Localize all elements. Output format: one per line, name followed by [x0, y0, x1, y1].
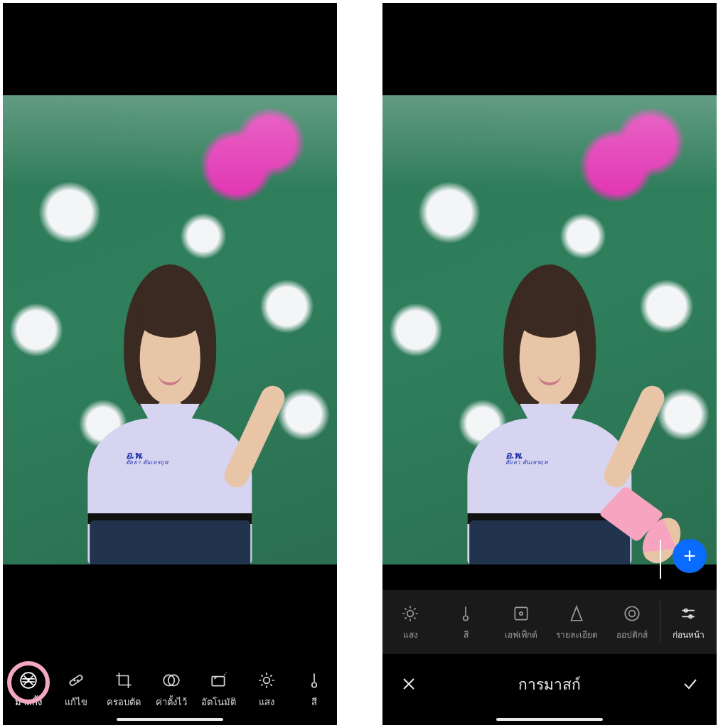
- svg-rect-6: [212, 677, 224, 686]
- tool-label: แสง: [403, 628, 418, 641]
- tool-label: สี: [311, 695, 317, 710]
- tool-label: มาสกิ้ง: [15, 695, 42, 710]
- thermometer-icon: [304, 670, 324, 690]
- svg-point-14: [629, 610, 636, 616]
- cancel-button[interactable]: [398, 673, 419, 695]
- tool-label: แก้ไข: [65, 695, 87, 710]
- tool-light[interactable]: แสง: [382, 604, 438, 641]
- svg-point-2: [74, 680, 75, 680]
- tool-label: แสง: [259, 695, 274, 710]
- tool-healing[interactable]: แก้ไข: [52, 670, 100, 710]
- add-mask-button[interactable]: +: [673, 539, 707, 573]
- panel-title: การมาสก์: [518, 673, 581, 696]
- svg-rect-1: [69, 675, 83, 687]
- portrait-subject: อ.พ. ฮัยยา ตันเหรฤท: [70, 198, 270, 564]
- thermometer-icon: [456, 604, 476, 623]
- fx-square-icon: [511, 604, 531, 623]
- svg-point-3: [77, 680, 77, 680]
- bandage-icon: [66, 670, 86, 690]
- home-indicator[interactable]: [496, 718, 603, 721]
- exposure-icon: [257, 670, 277, 690]
- auto-magic-icon: [209, 670, 229, 690]
- phone-screen-right: อ.พ.ฮัยยา ตันเหรฤท + แสง สี เอฟเฟ็กต์: [382, 3, 717, 725]
- tool-reset[interactable]: รีเซ็: [716, 604, 717, 641]
- edited-photo[interactable]: อ.พ.ฮัยยา ตันเหรฤท: [382, 95, 717, 564]
- tool-color[interactable]: สี: [438, 604, 493, 641]
- phone-screen-left: อ.พ. ฮัยยา ตันเหรฤท มาสกิ้ง แก้: [3, 3, 337, 725]
- exposure-icon: [400, 604, 420, 623]
- shirt-name-tag: อ.พ.ฮัยยา ตันเหรฤท: [505, 450, 547, 466]
- svg-point-12: [520, 611, 523, 614]
- lens-icon: [622, 604, 642, 623]
- portrait-subject: อ.พ.ฮัยยา ตันเหรฤท: [449, 198, 650, 564]
- svg-point-8: [311, 682, 316, 687]
- tool-color[interactable]: สี: [290, 670, 337, 710]
- mask-drag-indicator: [660, 540, 661, 579]
- tool-label: เอฟเฟ็กต์: [505, 628, 537, 641]
- edit-toolbar: มาสกิ้ง แก้ไข ครอบตัด: [3, 635, 337, 710]
- confirm-button[interactable]: [680, 673, 701, 695]
- check-icon: [682, 675, 699, 692]
- tool-label: สี: [464, 628, 469, 641]
- tool-light[interactable]: แสง: [242, 670, 290, 710]
- hatched-circle-icon: [18, 670, 38, 690]
- adjustment-toolbar: แสง สี เอฟเฟ็กต์ รายละเอียด ออปติกส์ ก: [382, 590, 717, 654]
- tool-auto[interactable]: อัตโนมัติ: [195, 670, 242, 710]
- tool-label: ก่อนหน้า: [673, 628, 705, 641]
- crop-icon: [114, 670, 134, 690]
- mask-panel-titlebar: การมาสก์: [382, 658, 717, 710]
- shirt-name-tag: อ.พ. ฮัยยา ตันเหรฤท: [126, 450, 168, 466]
- tool-optics[interactable]: ออปติกส์: [604, 604, 660, 641]
- tool-previous[interactable]: ก่อนหน้า: [660, 604, 716, 641]
- tool-label: ค่าตั้งไว้: [156, 695, 187, 710]
- tool-effect[interactable]: เอฟเฟ็กต์: [493, 604, 549, 641]
- svg-point-10: [464, 616, 469, 621]
- svg-point-9: [407, 610, 414, 616]
- home-indicator[interactable]: [117, 718, 223, 721]
- tool-presets[interactable]: ค่าตั้งไว้: [147, 670, 195, 710]
- plus-icon: +: [683, 544, 696, 568]
- tool-label: อัตโนมัติ: [201, 695, 236, 710]
- svg-rect-11: [515, 607, 527, 619]
- svg-point-7: [263, 678, 269, 684]
- tool-masking[interactable]: มาสกิ้ง: [4, 670, 52, 710]
- tool-crop[interactable]: ครอบตัด: [100, 670, 147, 710]
- svg-point-13: [625, 606, 639, 621]
- sliders-icon: [678, 604, 698, 623]
- tool-detail[interactable]: รายละเอียด: [549, 604, 604, 641]
- close-icon: [400, 675, 417, 692]
- tool-label: ครอบตัด: [107, 695, 141, 710]
- sharpen-icon: [567, 604, 587, 623]
- tool-label: รายละเอียด: [556, 628, 598, 641]
- tool-label: ออปติกส์: [616, 628, 648, 641]
- edited-photo[interactable]: อ.พ. ฮัยยา ตันเหรฤท: [3, 95, 337, 564]
- overlap-circles-icon: [161, 670, 181, 690]
